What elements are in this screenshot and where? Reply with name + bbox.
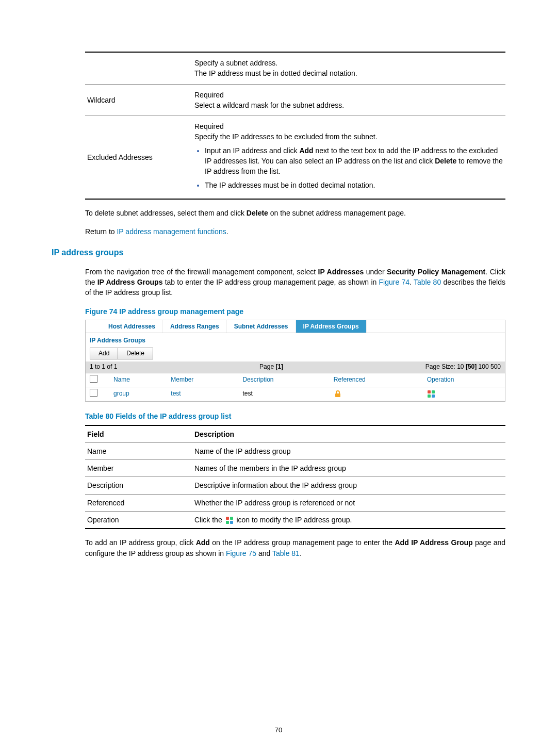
delete-paragraph: To delete subnet addresses, select them … [85, 208, 505, 218]
excluded-bullet-1: Input an IP address and click Add next t… [205, 145, 503, 177]
operation-icon[interactable] [427, 390, 435, 398]
col-name: Name [109, 373, 167, 387]
svg-rect-1 [428, 390, 431, 393]
t80-row: MemberNames of the members in the IP add… [85, 460, 505, 477]
excluded-label: Excluded Addresses [85, 116, 192, 199]
section-ip-address-groups: IP address groups [52, 246, 505, 258]
cell-description: test [238, 387, 329, 401]
link-table-81[interactable]: Table 81 [272, 549, 300, 557]
svg-rect-4 [432, 395, 435, 398]
table-80: Field Description NameName of the IP add… [85, 425, 505, 530]
tab-ip-address-groups[interactable]: IP Address Groups [296, 320, 367, 333]
col-referenced: Referenced [330, 373, 423, 387]
svg-rect-6 [230, 517, 233, 520]
excluded-required: Required [194, 121, 503, 132]
table-row: group test test [86, 387, 505, 401]
t80-row: Operation Click the icon to modify the I… [85, 512, 505, 529]
t80-row: DescriptionDescriptive information about… [85, 477, 505, 494]
pager-count: 1 to 1 of 1 [90, 363, 117, 371]
panel-title: IP Address Groups [86, 333, 505, 347]
figure-74-title: Figure 74 IP address group management pa… [85, 306, 505, 317]
excluded-desc: Specify the IP addresses to be excluded … [194, 132, 503, 142]
page-size-label: Page Size: [425, 363, 455, 370]
subnet-address-table: Specify a subnet address. The IP address… [85, 53, 505, 200]
svg-rect-5 [226, 517, 229, 520]
excluded-bullet-2: The IP addresses must be in dotted decim… [205, 180, 503, 190]
select-all-checkbox[interactable] [90, 375, 97, 383]
link-figure-75[interactable]: Figure 75 [226, 549, 256, 557]
cell-name[interactable]: group [109, 387, 167, 401]
ip-address-groups-screenshot: Host Addresses Address Ranges Subnet Add… [85, 320, 505, 402]
svg-rect-8 [230, 521, 233, 524]
subnet-line2: The IP address must be in dotted decimal… [194, 68, 503, 78]
wildcard-required: Required [194, 90, 503, 100]
lock-icon [334, 390, 342, 398]
section-intro: From the navigation tree of the firewall… [85, 267, 505, 298]
page-size-50[interactable]: [50] [466, 363, 477, 370]
pager-page-num: [1] [275, 363, 283, 370]
svg-rect-3 [428, 395, 431, 398]
page-size-10[interactable]: 10 [457, 363, 464, 370]
link-ip-address-mgmt[interactable]: IP address management functions [117, 227, 226, 236]
tab-host-addresses[interactable]: Host Addresses [101, 320, 163, 333]
col-operation: Operation [423, 373, 505, 387]
page-number: 70 [0, 726, 557, 735]
add-group-paragraph: To add an IP address group, click Add on… [85, 537, 505, 558]
delete-button[interactable]: Delete [118, 348, 153, 359]
pager-page-label: Page [259, 363, 274, 370]
t80-row: ReferencedWhether the IP address group i… [85, 494, 505, 511]
tab-address-ranges[interactable]: Address Ranges [163, 320, 227, 333]
tab-subnet-addresses[interactable]: Subnet Addresses [227, 320, 296, 333]
row-checkbox[interactable] [90, 389, 97, 397]
col-member: Member [167, 373, 238, 387]
operation-icon [225, 516, 234, 524]
cell-member[interactable]: test [167, 387, 238, 401]
wildcard-label: Wildcard [85, 84, 192, 116]
svg-rect-7 [226, 521, 229, 524]
return-paragraph: Return to IP address management function… [85, 226, 505, 237]
ip-group-grid: Name Member Description Referenced Opera… [86, 373, 505, 402]
col-description: Description [238, 373, 329, 387]
svg-rect-2 [432, 390, 435, 393]
subnet-line1: Specify a subnet address. [194, 58, 503, 68]
t80-head-field: Field [85, 425, 192, 443]
page-size-100[interactable]: 100 [479, 363, 489, 370]
page-size-500[interactable]: 500 [490, 363, 501, 370]
wildcard-desc: Select a wildcard mask for the subnet ad… [194, 100, 503, 110]
t80-row: NameName of the IP address group [85, 442, 505, 459]
t80-head-desc: Description [192, 425, 505, 443]
link-figure-74[interactable]: Figure 74 [379, 278, 410, 286]
link-table-80[interactable]: Table 80 [414, 278, 441, 286]
svg-rect-0 [335, 393, 340, 397]
table-80-title: Table 80 Fields of the IP address group … [85, 411, 505, 421]
add-button[interactable]: Add [90, 348, 118, 359]
